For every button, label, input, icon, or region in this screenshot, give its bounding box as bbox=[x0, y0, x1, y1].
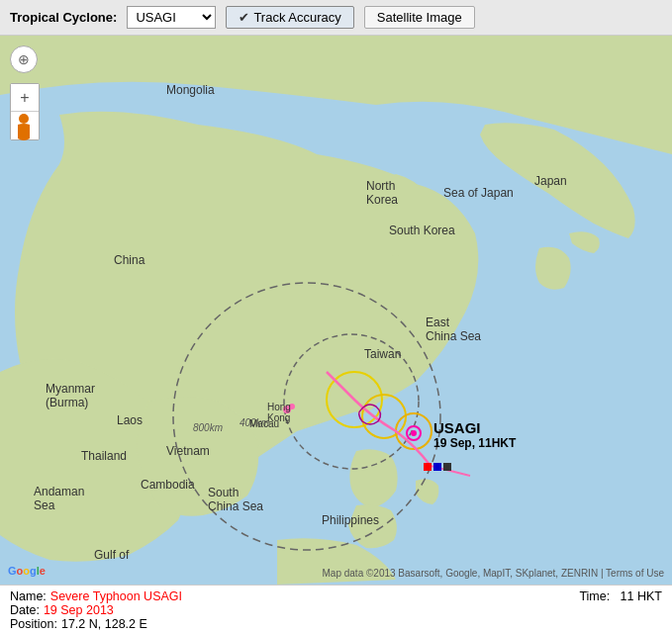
typhoon-label: USAGI 19 Sep, 11HKT bbox=[433, 419, 516, 450]
zoom-in-button[interactable]: + bbox=[11, 84, 39, 112]
typhoon-name: USAGI bbox=[433, 419, 516, 436]
position-value: 17.2 N, 128.2 E bbox=[61, 617, 147, 631]
checkmark-icon: ✔ bbox=[239, 10, 249, 25]
svg-rect-8 bbox=[424, 463, 432, 471]
time-section: Time: 11 HKT bbox=[579, 589, 662, 603]
satellite-image-button[interactable]: Satellite Image bbox=[364, 6, 475, 29]
svg-text:400km: 400km bbox=[240, 417, 269, 428]
info-row-position: Position: 17.2 N, 128.2 E bbox=[10, 617, 662, 631]
info-row-name: Name: Severe Typhoon USAGI Time: 11 HKT bbox=[10, 589, 662, 603]
date-value: 19 Sep 2013 bbox=[44, 603, 114, 617]
track-accuracy-button[interactable]: ✔Track Accuracy bbox=[226, 6, 353, 29]
header-bar: Tropical Cyclone: USAGI ✔Track Accuracy … bbox=[0, 0, 672, 36]
time-value: 11 HKT bbox=[621, 589, 662, 603]
time-label: Time: bbox=[579, 589, 610, 603]
info-row-date: Date: 19 Sep 2013 bbox=[10, 603, 662, 617]
date-label: Date: bbox=[10, 603, 40, 617]
typhoon-date: 19 Sep, 11HKT bbox=[433, 436, 516, 450]
pan-control[interactable]: ⊕ bbox=[10, 45, 38, 73]
svg-point-7 bbox=[411, 430, 417, 436]
google-logo: Google bbox=[8, 565, 46, 577]
map-attribution: Map data ©2013 Basarsoft, Google, MapIT,… bbox=[323, 568, 665, 579]
svg-rect-9 bbox=[433, 463, 441, 471]
svg-rect-10 bbox=[443, 463, 451, 471]
svg-point-15 bbox=[19, 114, 29, 124]
name-value: Severe Typhoon USAGI bbox=[50, 589, 182, 603]
cyclone-label: Tropical Cyclone: bbox=[10, 10, 117, 25]
position-label: Position: bbox=[10, 617, 57, 631]
svg-point-12 bbox=[289, 404, 295, 409]
map-container[interactable]: 800km 400km Mongolia China NorthKorea So… bbox=[0, 36, 672, 585]
street-view-button[interactable] bbox=[12, 113, 36, 142]
info-panel: Name: Severe Typhoon USAGI Time: 11 HKT … bbox=[0, 585, 672, 633]
name-label: Name: bbox=[10, 589, 47, 603]
map-svg: 800km 400km bbox=[0, 36, 672, 585]
svg-text:800km: 800km bbox=[193, 422, 223, 433]
cyclone-selector[interactable]: USAGI bbox=[127, 6, 216, 29]
